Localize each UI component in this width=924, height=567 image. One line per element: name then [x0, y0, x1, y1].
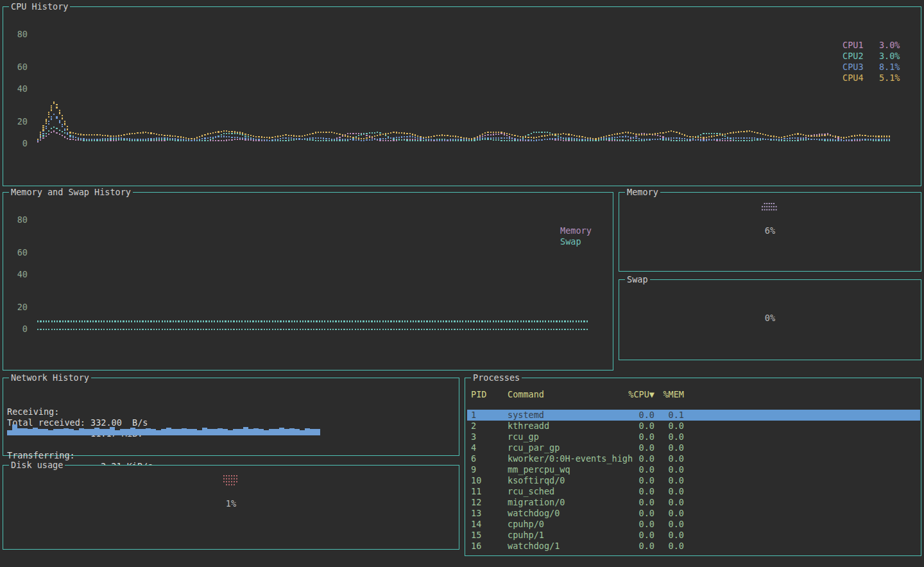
memory-gauge-panel[interactable]: Memory 6%: [619, 192, 921, 272]
process-pid: 9: [471, 464, 476, 475]
process-pid: 11: [471, 486, 481, 497]
process-pid: 3: [471, 432, 476, 442]
process-cpu-percent: 0.0: [584, 530, 654, 541]
process-row[interactable]: 11rcu_sched0.00.0: [467, 486, 920, 497]
processes-panel[interactable]: Processes PID Command %CPU▼ %MEM 1system…: [465, 378, 921, 556]
process-command: rcu_gp: [508, 432, 539, 442]
process-command: ksoftirqd/0: [508, 475, 565, 486]
process-row-selected[interactable]: 1systemd0.00.1: [467, 410, 920, 421]
process-mem-percent: 0.0: [648, 508, 684, 519]
process-pid: 16: [471, 541, 481, 552]
process-pid: 1: [471, 410, 476, 421]
process-mem-percent: 0.0: [648, 421, 684, 432]
process-pid: 4: [471, 442, 476, 453]
disk-usage-percent: 1%: [3, 498, 459, 509]
legend-swap: Swap: [560, 236, 581, 247]
process-row[interactable]: 16watchdog/10.00.0: [467, 541, 920, 552]
process-table-body: 1systemd0.00.12kthreadd0.00.03rcu_gp0.00…: [467, 410, 920, 552]
process-pid: 6: [471, 453, 476, 464]
memory-gauge-arc: [619, 203, 921, 214]
process-cpu-percent: 0.0: [584, 497, 654, 508]
process-row[interactable]: 15cpuhp/10.00.0: [467, 530, 920, 541]
process-table-header: PID Command %CPU▼ %MEM: [465, 389, 921, 400]
network-history-panel[interactable]: Network History Receiving: 332.00 B/s To…: [3, 378, 459, 456]
disk-gauge-arc: [3, 475, 459, 487]
process-command: rcu_sched: [508, 486, 554, 497]
process-mem-percent: 0.0: [648, 519, 684, 530]
process-cpu-percent: 0.0: [584, 508, 654, 519]
process-cpu-percent: 0.0: [584, 541, 654, 552]
process-mem-percent: 0.0: [648, 486, 684, 497]
process-row[interactable]: 12migration/00.00.0: [467, 497, 920, 508]
column-header-cpu-sorted[interactable]: %CPU▼: [584, 389, 654, 400]
disk-usage-panel[interactable]: Disk usage 1%: [3, 465, 459, 550]
disk-usage-title: Disk usage: [9, 460, 65, 471]
process-command: mm_percpu_wq: [508, 464, 570, 475]
processes-title: Processes: [471, 372, 522, 383]
process-cpu-percent: 0.0: [584, 519, 654, 530]
process-cpu-percent: 0.0: [584, 442, 654, 453]
process-mem-percent: 0.0: [648, 530, 684, 541]
process-mem-percent: 0.0: [648, 453, 684, 464]
cpu-usage-chart: [3, 7, 921, 186]
process-mem-percent: 0.0: [648, 541, 684, 552]
process-pid: 13: [471, 508, 481, 519]
system-monitor-screen: CPU History 806040200 CPU1 3.0%CPU2 3.0%…: [0, 0, 924, 567]
process-pid: 10: [471, 475, 481, 486]
process-mem-percent: 0.0: [648, 475, 684, 486]
swap-usage-percent: 0%: [619, 313, 921, 324]
column-header-command[interactable]: Command: [508, 389, 544, 400]
process-command: kthreadd: [508, 421, 549, 432]
memory-usage-percent: 6%: [619, 225, 921, 236]
column-header-mem[interactable]: %MEM: [648, 389, 684, 400]
swap-gauge-title: Swap: [625, 274, 650, 285]
memory-swap-history-panel[interactable]: Memory and Swap History 806040200 Memory…: [3, 192, 613, 371]
legend-memory: Memory: [560, 225, 592, 236]
process-row[interactable]: 3rcu_gp0.00.0: [467, 432, 920, 442]
process-pid: 12: [471, 497, 481, 508]
process-row[interactable]: 10ksoftirqd/00.00.0: [467, 475, 920, 486]
process-row[interactable]: 6kworker/0:0H-events_high0.00.0: [467, 453, 920, 464]
process-mem-percent: 0.1: [648, 410, 684, 421]
process-cpu-percent: 0.0: [584, 410, 654, 421]
process-pid: 15: [471, 530, 481, 541]
memory-swap-chart: [3, 193, 613, 370]
process-row[interactable]: 2kthreadd0.00.0: [467, 421, 920, 432]
legend-cpu3: CPU3 8.1%: [843, 62, 900, 73]
process-cpu-percent: 0.0: [584, 475, 654, 486]
cpu-history-panel[interactable]: CPU History 806040200 CPU1 3.0%CPU2 3.0%…: [3, 6, 921, 186]
legend-cpu4: CPU4 5.1%: [843, 73, 900, 83]
process-cpu-percent: 0.0: [584, 432, 654, 442]
process-command: watchdog/1: [508, 541, 560, 552]
process-mem-percent: 0.0: [648, 497, 684, 508]
process-cpu-percent: 0.0: [584, 421, 654, 432]
process-mem-percent: 0.0: [648, 432, 684, 442]
memory-gauge-title: Memory: [625, 187, 660, 198]
process-mem-percent: 0.0: [648, 464, 684, 475]
column-header-pid[interactable]: PID: [471, 389, 486, 400]
process-command: cpuhp/1: [508, 530, 544, 541]
process-mem-percent: 0.0: [648, 442, 684, 453]
process-command: cpuhp/0: [508, 519, 544, 530]
process-row[interactable]: 14cpuhp/00.00.0: [467, 519, 920, 530]
process-row[interactable]: 4rcu_par_gp0.00.0: [467, 442, 920, 453]
process-command: systemd: [508, 410, 544, 421]
process-cpu-percent: 0.0: [584, 486, 654, 497]
legend-cpu1: CPU1 3.0%: [843, 40, 900, 51]
process-row[interactable]: 9mm_percpu_wq0.00.0: [467, 464, 920, 475]
process-command: migration/0: [508, 497, 565, 508]
process-cpu-percent: 0.0: [584, 464, 654, 475]
process-row[interactable]: 13watchdog/00.00.0: [467, 508, 920, 519]
legend-cpu2: CPU2 3.0%: [843, 51, 900, 62]
process-command: rcu_par_gp: [508, 442, 560, 453]
process-pid: 2: [471, 421, 476, 432]
process-pid: 14: [471, 519, 481, 530]
swap-gauge-panel[interactable]: Swap 0%: [619, 279, 921, 360]
process-command: watchdog/0: [508, 508, 560, 519]
network-sparkline: [3, 378, 459, 455]
process-cpu-percent: 0.0: [584, 453, 654, 464]
